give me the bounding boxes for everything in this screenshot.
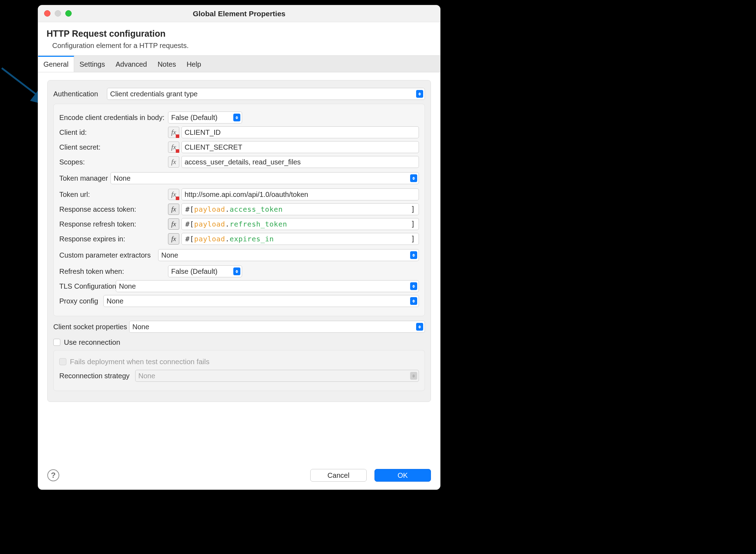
tab-settings[interactable]: Settings xyxy=(74,56,110,72)
authentication-select[interactable]: Client credentials grant type xyxy=(107,88,425,100)
token-manager-label: Token manager xyxy=(59,174,110,182)
fx-toggle[interactable]: fx xyxy=(168,233,179,245)
reconnection-strategy-value: None xyxy=(138,372,155,380)
titlebar: Global Element Properties xyxy=(38,5,440,22)
client-socket-properties-select[interactable]: None xyxy=(129,321,425,333)
dialog-window: Global Element Properties HTTP Request c… xyxy=(38,5,440,490)
response-access-token-label: Response access token: xyxy=(59,205,168,213)
scopes-label: Scopes: xyxy=(59,158,168,166)
minimize-window-button[interactable] xyxy=(55,10,61,17)
tls-configuration-select[interactable]: None xyxy=(116,280,419,292)
authentication-fields: Encode client credentials in body: False… xyxy=(53,104,425,316)
fx-toggle[interactable]: fx xyxy=(168,204,179,215)
client-socket-properties-value: None xyxy=(132,323,149,331)
encode-select[interactable]: False (Default) xyxy=(168,112,242,124)
encode-label: Encode client credentials in body: xyxy=(59,114,168,122)
cancel-button[interactable]: Cancel xyxy=(310,469,367,482)
chevron-updown-icon xyxy=(410,174,417,182)
fx-toggle[interactable]: fx xyxy=(168,218,179,230)
authentication-value: Client credentials grant type xyxy=(110,90,198,98)
fx-toggle[interactable]: fx xyxy=(168,127,179,138)
chevron-updown-icon xyxy=(410,297,417,305)
response-expires-in-label: Response expires in: xyxy=(59,235,168,243)
refresh-token-when-value: False (Default) xyxy=(171,267,217,276)
tab-help[interactable]: Help xyxy=(181,56,206,72)
client-id-input[interactable] xyxy=(181,126,419,138)
page-title: HTTP Request configuration xyxy=(47,29,432,39)
chevron-updown-icon xyxy=(416,90,423,98)
reconnection-strategy-select: None xyxy=(135,370,419,382)
chevron-updown-icon xyxy=(416,323,423,331)
refresh-token-when-label: Refresh token when: xyxy=(59,267,168,276)
response-refresh-token-label: Response refresh token: xyxy=(59,220,168,228)
dialog-footer: ? Cancel OK xyxy=(47,464,431,489)
chevron-updown-icon xyxy=(410,372,417,380)
authentication-section: Authentication Client credentials grant … xyxy=(47,80,431,402)
page-subtitle: Configuration element for a HTTP request… xyxy=(47,42,432,50)
refresh-token-when-select[interactable]: False (Default) xyxy=(168,265,242,277)
client-secret-label: Client secret: xyxy=(59,143,168,151)
token-url-label: Token url: xyxy=(59,191,168,199)
dialog-body: Authentication Client credentials grant … xyxy=(38,72,440,489)
tab-bar: General Settings Advanced Notes Help xyxy=(38,55,440,72)
window-title: Global Element Properties xyxy=(193,10,286,18)
maximize-window-button[interactable] xyxy=(65,10,72,17)
custom-parameter-extractors-value: None xyxy=(161,251,178,259)
tls-configuration-value: None xyxy=(119,282,136,290)
tab-general[interactable]: General xyxy=(38,56,74,72)
proxy-config-value: None xyxy=(107,297,124,305)
reconnection-panel: Fails deployment when test connection fa… xyxy=(53,350,425,391)
fx-toggle[interactable]: fx xyxy=(168,141,179,153)
chevron-updown-icon xyxy=(233,267,240,275)
token-url-input[interactable] xyxy=(181,188,419,200)
token-manager-select[interactable]: None xyxy=(110,172,419,184)
response-refresh-token-input[interactable]: #[ payload . refresh_token ] xyxy=(181,218,419,230)
fx-toggle[interactable]: fx xyxy=(168,156,179,168)
tab-advanced[interactable]: Advanced xyxy=(110,56,152,72)
chevron-updown-icon xyxy=(233,114,240,121)
use-reconnection-checkbox[interactable] xyxy=(53,339,60,346)
chevron-updown-icon xyxy=(410,282,417,290)
tab-notes[interactable]: Notes xyxy=(152,56,181,72)
help-button[interactable]: ? xyxy=(47,469,59,481)
tls-configuration-label: TLS Configuration xyxy=(59,282,116,290)
proxy-config-label: Proxy config xyxy=(59,297,103,305)
fails-deployment-label: Fails deployment when test connection fa… xyxy=(70,357,209,366)
proxy-config-select[interactable]: None xyxy=(103,295,419,307)
response-access-token-input[interactable]: #[ payload . access_token ] xyxy=(181,203,419,215)
authentication-label: Authentication xyxy=(53,90,99,98)
close-window-button[interactable] xyxy=(44,10,50,17)
use-reconnection-label: Use reconnection xyxy=(64,338,120,347)
ok-button[interactable]: OK xyxy=(374,469,431,482)
client-id-label: Client id: xyxy=(59,128,168,137)
response-expires-in-input[interactable]: #[ payload . expires_in ] xyxy=(181,233,419,245)
client-socket-properties-label: Client socket properties xyxy=(53,323,129,331)
window-controls xyxy=(44,10,72,17)
client-secret-input[interactable] xyxy=(181,141,419,153)
reconnection-strategy-label: Reconnection strategy xyxy=(59,372,135,380)
encode-value: False (Default) xyxy=(171,114,217,122)
dialog-header: HTTP Request configuration Configuration… xyxy=(38,22,440,55)
chevron-updown-icon xyxy=(410,251,417,259)
token-manager-value: None xyxy=(114,174,131,182)
custom-parameter-extractors-select[interactable]: None xyxy=(158,249,419,261)
fails-deployment-checkbox xyxy=(59,358,66,365)
fx-toggle[interactable]: fx xyxy=(168,189,179,200)
scopes-input[interactable] xyxy=(181,156,419,168)
custom-parameter-extractors-label: Custom parameter extractors xyxy=(59,251,158,259)
